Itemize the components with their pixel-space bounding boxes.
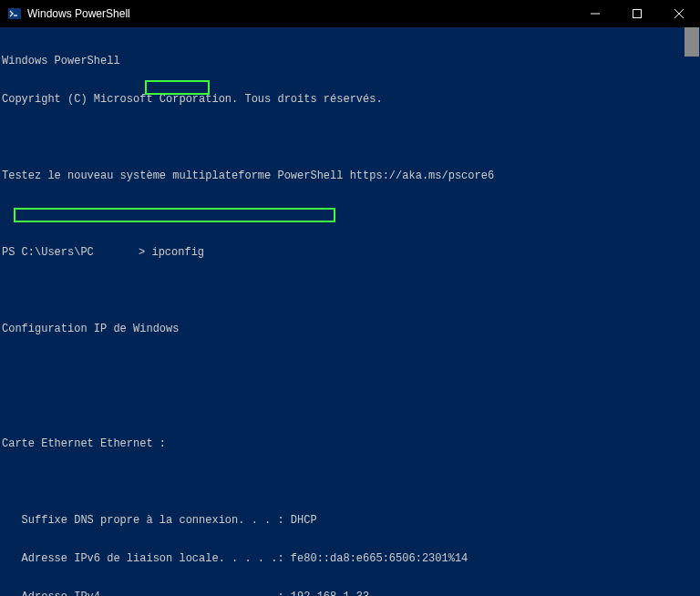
maximize-button[interactable]	[616, 0, 658, 27]
window-controls	[574, 0, 700, 27]
minimize-button[interactable]	[574, 0, 616, 27]
output-line-ipv4: Adresse IPv4. . . . . . . . . . . . . .:…	[2, 591, 700, 596]
command-text: ipconfig	[151, 246, 204, 259]
prompt-path: PS C:\Users\PC	[2, 246, 100, 259]
svg-rect-0	[8, 8, 21, 19]
svg-rect-1	[633, 10, 642, 18]
output-line: Suffixe DNS propre à la connexion. . . :…	[2, 514, 700, 527]
adapter-header: Carte Ethernet Ethernet :	[2, 437, 700, 450]
output-line: Configuration IP de Windows	[2, 323, 700, 335]
titlebar[interactable]: Windows PowerShell	[0, 0, 700, 27]
redacted-username	[100, 247, 139, 258]
powershell-window: Windows PowerShell Windows PowerShell Co…	[0, 0, 700, 596]
close-button[interactable]	[658, 0, 700, 27]
powershell-icon	[7, 6, 22, 21]
output-line: Windows PowerShell	[2, 55, 700, 67]
output-line: Copyright (C) Microsoft Corporation. Tou…	[2, 93, 700, 106]
output-line: Testez le nouveau système multiplateform…	[2, 170, 700, 182]
command-prompt-line: PS C:\Users\PC > ipconfig	[2, 246, 700, 259]
vertical-scrollbar[interactable]	[685, 27, 699, 592]
window-title: Windows PowerShell	[27, 7, 574, 20]
scrollbar-thumb[interactable]	[685, 27, 699, 57]
output-line: Adresse IPv6 de liaison locale. . . . .:…	[2, 552, 700, 565]
terminal-output[interactable]: Windows PowerShell Copyright (C) Microso…	[0, 27, 700, 596]
